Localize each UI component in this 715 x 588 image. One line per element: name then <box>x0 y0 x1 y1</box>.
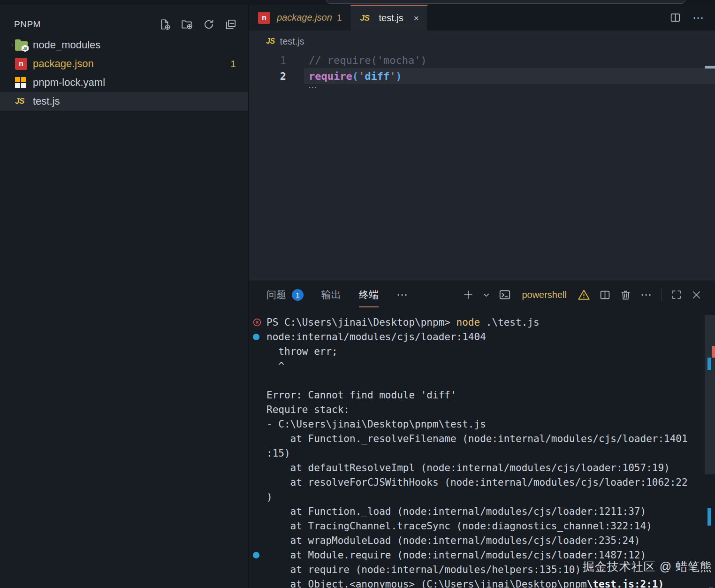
chevron-right-icon[interactable] <box>0 40 14 50</box>
refresh-icon[interactable] <box>203 18 215 31</box>
bottom-panel: 问题1输出终端⋯ powershell <box>249 281 715 588</box>
terminal-line: at resolveForCJSWithHooks (node:internal… <box>249 475 705 489</box>
tree-item-pnpm-lock.yaml[interactable]: pnpm-lock.yaml <box>0 73 248 92</box>
command-decoration-mark <box>707 508 711 526</box>
command-mark-icon <box>249 552 266 558</box>
panel-tabs: 问题1输出终端⋯ <box>266 281 409 308</box>
problems-count-badge: 1 <box>292 289 304 301</box>
line-number: 2 <box>249 70 286 82</box>
powershell-terminal-icon[interactable] <box>499 289 511 301</box>
terminal-line: at defaultResolveImpl (node:internal/mod… <box>249 460 705 475</box>
terminal-line: at Object.<anonymous> (C:\Users\jinai\De… <box>249 577 705 588</box>
sidebar-header: PNPM <box>0 5 248 36</box>
more-actions-icon[interactable]: ⋯ <box>692 15 705 20</box>
tab-bar: npackage.json1JStest.js× ⋯ <box>249 5 715 31</box>
panel-tab-问题[interactable]: 问题1 <box>266 288 304 301</box>
divider <box>662 289 662 301</box>
terminal-line: at Function._resolveFilename (node:inter… <box>249 431 705 446</box>
terminal-line: Error: Cannot find module 'diff' <box>249 388 705 402</box>
pnpm-icon <box>14 77 33 88</box>
sidebar-title: PNPM <box>14 19 41 30</box>
panel-tabs-more-icon[interactable]: ⋯ <box>396 292 409 297</box>
js-icon: JS <box>14 97 33 106</box>
close-tab-icon[interactable]: × <box>414 14 419 23</box>
file-tree: JSnode_modulesnpackage.json1pnpm-lock.ya… <box>0 36 248 111</box>
terminal-scrollbar[interactable] <box>705 308 715 588</box>
panel-tab-label: 终端 <box>359 288 379 301</box>
tab-test.js[interactable]: JStest.js× <box>350 5 427 31</box>
tree-item-label: node_modules <box>33 39 100 51</box>
breadcrumb: JS test.js <box>249 31 715 52</box>
npm-icon: n <box>14 58 33 70</box>
panel-tab-输出[interactable]: 输出 <box>321 288 341 301</box>
new-folder-icon[interactable] <box>181 18 193 31</box>
tree-item-test.js[interactable]: JStest.js <box>0 92 248 111</box>
terminal-line: at Function._load (node:internal/modules… <box>249 504 705 519</box>
sidebar-actions <box>159 18 237 31</box>
warning-icon[interactable] <box>578 289 590 301</box>
node-folder-icon: JS <box>14 40 33 51</box>
maximize-panel-icon[interactable] <box>671 289 682 300</box>
command-failed-icon <box>249 318 266 327</box>
terminal-line: PS C:\Users\jinai\Desktop\pnpm> node .\t… <box>249 315 705 329</box>
command-center[interactable] <box>326 0 685 4</box>
code-line[interactable]: 2require('diff') <box>249 68 715 84</box>
js-icon: JS <box>359 14 373 23</box>
collapse-all-icon[interactable] <box>225 18 237 31</box>
js-icon: JS <box>266 37 275 46</box>
terminal-line: :15) <box>249 446 705 460</box>
tree-item-label: package.json <box>33 58 94 70</box>
code-area[interactable]: 1// require('mocha')2require('diff')... <box>249 52 715 281</box>
terminal-name-label[interactable]: powershell <box>522 290 567 300</box>
code-text: // require('mocha') <box>309 54 427 66</box>
code-text: require('diff') <box>309 70 402 82</box>
vscode-window: PNPM JSnode_modulesnpackage.json1pnpm-lo… <box>0 0 715 588</box>
breadcrumb-file[interactable]: test.js <box>280 36 304 47</box>
tree-item-node_modules[interactable]: JSnode_modules <box>0 36 248 54</box>
terminal-line: ^ <box>249 359 705 373</box>
sidebar: PNPM JSnode_modulesnpackage.json1pnpm-lo… <box>0 5 249 588</box>
tabbar-actions: ⋯ <box>669 5 705 31</box>
terminal-line: - C:\Users\jinai\Desktop\pnpm\test.js <box>249 417 705 431</box>
split-editor-icon[interactable] <box>669 12 681 23</box>
terminal-line: throw err; <box>249 344 705 359</box>
tree-item-package.json[interactable]: npackage.json1 <box>0 54 248 73</box>
terminal-line: at TracingChannel.traceSync (node:diagno… <box>249 519 705 533</box>
hint-dots: ... <box>309 82 318 90</box>
tree-item-label: test.js <box>33 95 60 107</box>
terminal-line: node:internal/modules/cjs/loader:1404 <box>249 329 705 344</box>
terminal-dropdown-chevron-icon[interactable] <box>483 291 490 298</box>
terminal-line: Require stack: <box>249 402 705 417</box>
panel-header: 问题1输出终端⋯ powershell <box>249 281 715 308</box>
error-decoration-mark <box>712 346 715 358</box>
tree-item-label: pnpm-lock.yaml <box>33 76 105 89</box>
terminal-line <box>249 373 705 388</box>
panel-actions: powershell ⋯ <box>463 281 702 308</box>
new-file-icon[interactable] <box>159 18 171 31</box>
panel-more-icon[interactable]: ⋯ <box>640 292 653 297</box>
command-decoration-mark <box>707 358 711 370</box>
terminal-line: ) <box>249 489 705 504</box>
code-line[interactable]: 1// require('mocha') <box>249 52 715 68</box>
split-terminal-icon[interactable] <box>599 289 611 301</box>
editor-group: npackage.json1JStest.js× ⋯ JS test.js 1/… <box>249 5 715 281</box>
tab-label: test.js <box>379 13 403 23</box>
overview-ruler-marker <box>705 66 715 69</box>
modified-badge: 1 <box>230 58 236 69</box>
tab-package.json[interactable]: npackage.json1 <box>249 5 350 31</box>
panel-tab-label: 问题 <box>266 288 286 301</box>
close-panel-icon[interactable] <box>691 290 702 300</box>
line-number: 1 <box>249 54 286 66</box>
terminal-output[interactable]: PS C:\Users\jinai\Desktop\pnpm> node .\t… <box>249 308 705 588</box>
terminal-line: at wrapModuleLoad (node:internal/modules… <box>249 533 705 548</box>
watermark-text: 掘金技术社区 @ 蜡笔熊 <box>583 559 712 574</box>
npm-icon: n <box>257 12 271 24</box>
panel-tab-label: 输出 <box>321 288 341 301</box>
new-terminal-icon[interactable] <box>463 289 474 300</box>
scrollbar-thumb[interactable] <box>705 315 715 474</box>
tab-problem-badge: 1 <box>337 13 342 23</box>
tab-strip: npackage.json1JStest.js× <box>249 5 428 31</box>
command-mark-icon <box>249 334 266 340</box>
panel-tab-终端[interactable]: 终端 <box>359 288 379 301</box>
kill-terminal-trash-icon[interactable] <box>620 289 631 301</box>
